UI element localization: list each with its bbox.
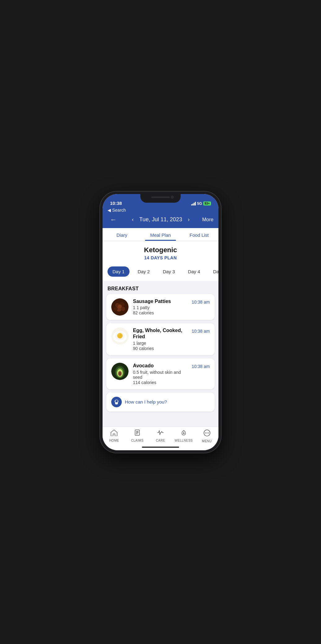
nav-home-label: HOME [109,439,119,442]
more-button[interactable]: More [202,217,213,223]
avocado-time: 10:38 am [192,364,210,369]
svg-point-30 [208,432,209,433]
svg-rect-25 [136,432,139,433]
nav-home[interactable]: HOME [103,429,126,443]
day-tab-2[interactable]: Day 2 [133,266,155,277]
svg-point-5 [114,307,118,311]
food-card-sausage[interactable]: Sausage Patties 1 1 patty 82 calories 10… [106,294,215,320]
home-icon [110,429,118,438]
svg-point-20 [115,400,118,402]
svg-point-28 [205,432,206,433]
egg-calories: 90 calories [133,346,187,351]
egg-image [111,327,129,345]
status-right: 5G 93+ [191,201,211,206]
plan-subtitle: 14 DAYS PLAN [103,255,218,260]
avocado-calories: 114 calories [133,380,187,385]
svg-point-18 [119,372,121,376]
chat-text: How can I help you? [125,399,167,404]
nav-menu[interactable]: MENU [195,429,218,443]
current-date: Tue, Jul 11, 2023 [139,216,182,223]
wellness-icon [180,429,187,438]
food-card-egg[interactable]: Egg, Whole, Cooked, Fried 1 large 90 cal… [106,323,215,356]
breakfast-header: BREAKFAST [103,281,218,294]
home-bar [142,447,179,448]
nav-wellness[interactable]: WELLNESS [172,429,195,443]
back-row: ◀ Search [108,208,213,213]
food-card-avocado[interactable]: Avocado 0.5 fruit, without skin and seed… [106,358,215,389]
home-indicator [103,444,218,450]
chat-bar[interactable]: How can I help you? [106,392,215,412]
date-nav-row: ← ‹ Tue, Jul 11, 2023 › More [108,214,213,225]
sausage-serving: 1 1 patty [133,305,187,310]
egg-time: 10:38 am [192,329,210,334]
avocado-serving: 0.5 fruit, without skin and seed [133,370,187,380]
plan-header: Ketogenic 14 DAYS PLAN [103,241,218,263]
svg-rect-24 [136,431,139,432]
claims-icon [134,429,141,438]
sausage-calories: 82 calories [133,310,187,315]
plan-title: Ketogenic [103,246,218,254]
nav-header: ◀ Search ← ‹ Tue, Jul 11, 2023 › More [103,208,218,228]
day-tab-1[interactable]: Day 1 [108,266,130,277]
tab-diary[interactable]: Diary [103,228,141,241]
nav-care-label: CARE [156,439,165,442]
egg-serving: 1 large [133,341,187,346]
main-content: Ketogenic 14 DAYS PLAN Day 1 Day 2 Day 3… [103,241,218,426]
svg-point-21 [115,403,118,404]
sausage-image [111,298,129,316]
day-tab-4[interactable]: Day 4 [183,266,205,277]
battery-indicator: 93+ [203,201,211,205]
day-tabs: Day 1 Day 2 Day 3 Day 4 Day 5 Day 6 [103,263,218,281]
nav-claims-label: CLAIMS [131,439,143,442]
tab-meal-plan[interactable]: Meal Plan [141,228,180,241]
status-time: 10:38 [110,201,122,206]
chat-icon [111,397,122,407]
next-chevron-icon[interactable]: › [185,215,192,224]
sausage-info: Sausage Patties 1 1 patty 82 calories [133,298,187,316]
menu-icon [203,429,211,439]
sausage-name: Sausage Patties [133,298,187,305]
nav-claims[interactable]: CLAIMS [126,429,149,443]
tab-food-list[interactable]: Food List [180,228,218,241]
care-icon [157,429,164,438]
nav-menu-label: MENU [202,439,212,443]
main-tabs: Diary Meal Plan Food List [103,228,218,241]
back-label[interactable]: Search [112,208,126,213]
avocado-image [111,363,129,380]
bottom-nav: HOME CLAIMS [103,426,218,444]
avocado-info: Avocado 0.5 fruit, without skin and seed… [133,363,187,385]
prev-arrow-button[interactable]: ← [108,214,119,225]
nav-care[interactable]: CARE [149,429,172,443]
avocado-name: Avocado [133,363,187,369]
svg-point-12 [118,334,120,335]
svg-rect-26 [136,434,138,434]
back-arrow-icon: ◀ [108,208,111,213]
signal-icon [191,202,196,205]
svg-point-11 [118,334,122,338]
svg-point-22 [116,400,116,401]
egg-info: Egg, Whole, Cooked, Fried 1 large 90 cal… [133,327,187,351]
egg-name: Egg, Whole, Cooked, Fried [133,327,187,340]
nav-wellness-label: WELLNESS [175,439,193,442]
day-tab-3[interactable]: Day 3 [158,266,180,277]
network-label: 5G [197,201,202,206]
sausage-time: 10:38 am [192,300,210,305]
day-tab-5[interactable]: Day 5 [208,266,218,277]
svg-point-6 [118,305,122,308]
prev-chevron-icon[interactable]: ‹ [130,215,136,224]
svg-point-29 [206,432,207,433]
